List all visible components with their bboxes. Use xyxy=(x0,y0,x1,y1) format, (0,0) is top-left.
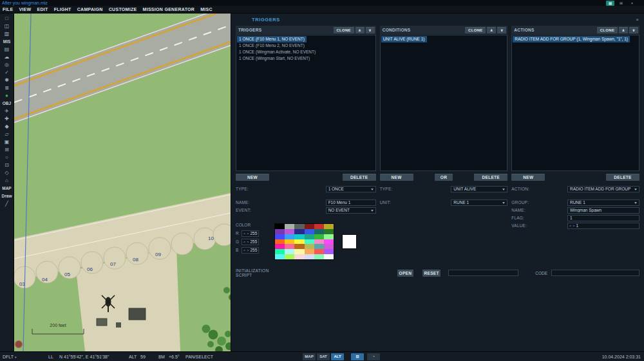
actions-list[interactable]: RADIO ITEM ADD FOR GROUP (1, Wingman Spa… xyxy=(511,35,639,171)
new-condition-button[interactable]: NEW xyxy=(380,174,413,181)
condition-move-up-button[interactable]: ∧ xyxy=(487,27,496,33)
palette-swatch[interactable] xyxy=(314,229,324,234)
zone-icon[interactable]: ○ xyxy=(1,154,13,162)
palette-swatch[interactable] xyxy=(305,234,314,239)
palette-swatch[interactable] xyxy=(275,224,285,229)
delete-condition-button[interactable]: DELETE xyxy=(474,174,507,181)
time-button[interactable]: ◔ xyxy=(367,353,380,360)
palette-swatch[interactable] xyxy=(294,239,304,245)
palette-swatch[interactable] xyxy=(324,239,334,245)
list-item[interactable]: UNIT ALIVE (RUNE 1) xyxy=(381,36,507,42)
action-clone-button[interactable]: CLONE xyxy=(597,27,618,33)
triggers-list[interactable]: 1 ONCE (F10 Menu 1, NO EVENT) 1 ONCE (F1… xyxy=(236,35,376,171)
palette-swatch[interactable] xyxy=(324,249,334,254)
palette-swatch[interactable] xyxy=(285,249,294,254)
briefing-icon[interactable]: ▤ xyxy=(1,46,13,53)
ship-icon[interactable]: ◆ xyxy=(1,123,13,131)
palette-swatch[interactable] xyxy=(294,234,304,239)
palette-swatch[interactable] xyxy=(285,239,294,245)
trigger-move-up-button[interactable]: ∧ xyxy=(355,27,365,33)
module-manager-icon[interactable]: ▦ xyxy=(606,1,614,6)
palette-swatch[interactable] xyxy=(275,244,285,249)
map-marker-icon[interactable] xyxy=(15,341,23,348)
new-mission-icon[interactable]: □ xyxy=(1,15,13,23)
init-script-file-input[interactable] xyxy=(448,270,518,276)
menu-misc[interactable]: MISC xyxy=(200,7,213,12)
palette-swatch[interactable] xyxy=(285,234,294,239)
sat-mode-button[interactable]: SAT xyxy=(317,353,330,360)
palette-swatch[interactable] xyxy=(324,224,334,229)
palette-swatch[interactable] xyxy=(305,239,314,245)
trigger-event-select[interactable]: NO EVENT xyxy=(326,207,376,214)
coords-format-button[interactable]: ⊟ xyxy=(351,353,364,360)
palette-swatch[interactable] xyxy=(314,249,324,254)
summary-icon[interactable]: ≣ xyxy=(1,84,13,92)
action-type-select[interactable]: RADIO ITEM ADD FOR GROUP xyxy=(567,186,639,192)
save-mission-icon[interactable]: ▥ xyxy=(1,30,13,38)
blue-stepper[interactable]: < > 255 xyxy=(242,247,259,254)
init-script-open-button[interactable]: OPEN xyxy=(397,270,414,277)
palette-swatch[interactable] xyxy=(314,244,324,249)
list-item[interactable]: 1 ONCE (F10 Menu 2, NO EVENT) xyxy=(236,42,375,49)
palette-swatch[interactable] xyxy=(285,254,294,259)
red-stepper[interactable]: < > 255 xyxy=(242,230,259,237)
menu-view[interactable]: VIEW xyxy=(19,7,31,12)
template-icon[interactable]: ⊡ xyxy=(1,162,13,169)
delete-action-button[interactable]: DELETE xyxy=(606,174,639,181)
group-icon[interactable]: ⊞ xyxy=(1,146,13,154)
increment-icon[interactable]: > xyxy=(573,223,574,229)
palette-swatch[interactable] xyxy=(314,239,324,245)
static-object-icon[interactable]: ▣ xyxy=(1,138,13,146)
menu-customize[interactable]: CUSTOMIZE xyxy=(109,7,137,12)
map-mode-button[interactable]: MAP xyxy=(303,353,316,360)
trigger-move-down-button[interactable]: ∨ xyxy=(366,27,375,33)
triggers-icon[interactable]: ◎ xyxy=(1,61,13,69)
decrement-icon[interactable]: < xyxy=(243,230,245,237)
palette-swatch[interactable] xyxy=(314,224,324,229)
list-item[interactable]: RADIO ITEM ADD FOR GROUP (1, Wingman Spa… xyxy=(512,36,639,42)
palette-swatch[interactable] xyxy=(275,239,285,245)
palette-swatch[interactable] xyxy=(305,244,314,249)
menu-campaign[interactable]: CAMPAIGN xyxy=(77,7,103,12)
condition-unit-select[interactable]: RUNE 1 xyxy=(451,199,507,206)
ruler-icon[interactable]: ╱ xyxy=(1,200,13,208)
menu-file[interactable]: FILE xyxy=(3,7,13,12)
helicopter-icon[interactable]: ✚ xyxy=(1,115,13,123)
menu-edit[interactable]: EDIT xyxy=(37,7,48,12)
palette-swatch[interactable] xyxy=(305,229,314,234)
list-item[interactable]: 1 ONCE (Wingman Start, NO EVENT) xyxy=(236,55,375,62)
map-layer-select[interactable]: DFLT▾ xyxy=(3,352,17,361)
menu-flight[interactable]: FLIGHT xyxy=(54,7,71,12)
action-move-down-button[interactable]: ∨ xyxy=(629,27,638,33)
palette-swatch[interactable] xyxy=(275,229,285,234)
palette-swatch[interactable] xyxy=(305,249,314,254)
list-item[interactable]: 1 ONCE (F10 Menu 1, NO EVENT) xyxy=(236,36,375,42)
palette-swatch[interactable] xyxy=(305,224,314,229)
open-mission-icon[interactable]: ◫ xyxy=(1,23,13,30)
weather-icon[interactable]: ☁ xyxy=(1,53,13,61)
decrement-icon[interactable]: < xyxy=(243,247,245,254)
palette-swatch[interactable] xyxy=(294,224,304,229)
palette-swatch[interactable] xyxy=(285,229,294,234)
new-action-button[interactable]: NEW xyxy=(511,174,545,181)
or-condition-button[interactable]: OR xyxy=(435,174,453,181)
decrement-icon[interactable]: < xyxy=(569,223,571,229)
action-group-select[interactable]: RUNE 1 xyxy=(567,199,639,206)
action-move-up-button[interactable]: ∧ xyxy=(619,27,628,33)
palette-swatch[interactable] xyxy=(294,229,304,234)
trigger-name-input[interactable] xyxy=(326,199,376,206)
condition-clone-button[interactable]: CLONE xyxy=(465,27,486,33)
increment-icon[interactable]: > xyxy=(247,247,249,254)
alt-mode-button[interactable]: ALT xyxy=(331,353,344,360)
palette-swatch[interactable] xyxy=(285,224,294,229)
palette-swatch[interactable] xyxy=(305,254,314,259)
green-stepper[interactable]: < > 255 xyxy=(242,239,259,245)
grid-icon[interactable]: ⊞ xyxy=(617,1,625,6)
map-canvas[interactable]: 03 04 05 06 07 08 09 10 xyxy=(14,14,231,351)
palette-swatch[interactable] xyxy=(294,254,304,259)
increment-icon[interactable]: > xyxy=(247,230,249,237)
palette-swatch[interactable] xyxy=(294,249,304,254)
palette-swatch[interactable] xyxy=(285,244,294,249)
action-name-input[interactable] xyxy=(567,207,639,214)
condition-type-select[interactable]: UNIT ALIVE xyxy=(451,186,507,192)
